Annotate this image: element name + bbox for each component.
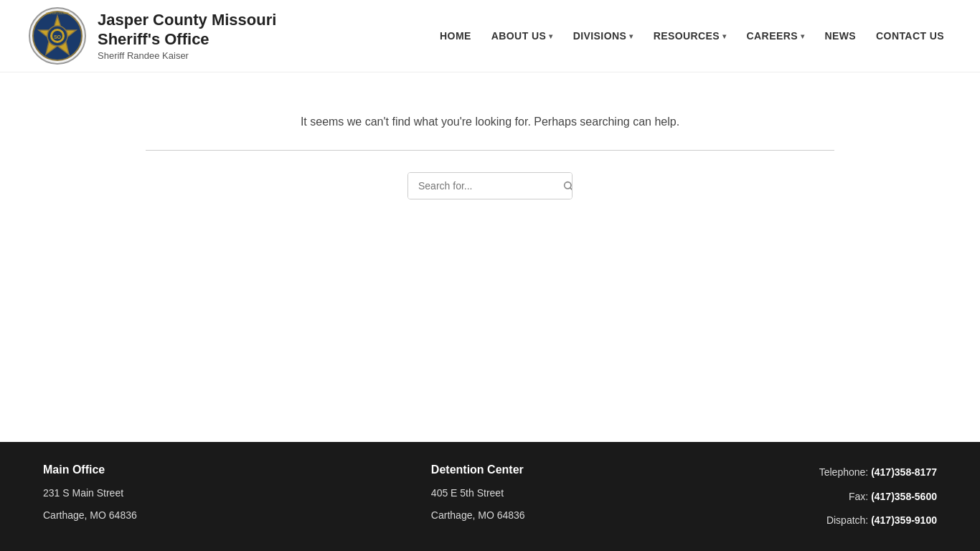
dispatch-number: (417)359-9100 xyxy=(871,514,937,526)
footer-main-office: Main Office 231 S Main Street Carthage, … xyxy=(43,463,137,523)
main-office-address1: 231 S Main Street xyxy=(43,485,137,501)
sheriff-name: Sheriff Randee Kaiser xyxy=(98,50,276,61)
nav-news[interactable]: NEWS xyxy=(817,24,863,47)
search-icon xyxy=(562,180,573,192)
nav-resources[interactable]: RESOURCES ▾ xyxy=(646,24,734,47)
site-header: SO JASPER COUNTY Jasper County Missouri … xyxy=(0,0,980,72)
nav-about-us[interactable]: ABOUT US ▾ xyxy=(484,24,560,47)
org-name-line2: Sheriff's Office xyxy=(98,30,276,49)
dispatch-line: Dispatch: (417)359-9100 xyxy=(819,512,937,529)
chevron-down-icon: ▾ xyxy=(722,32,726,40)
telephone-label: Telephone: xyxy=(819,466,869,478)
main-nav: HOME ABOUT US ▾ DIVISIONS ▾ RESOURCES ▾ … xyxy=(433,24,951,47)
fax-number: (417)358-5600 xyxy=(871,491,937,502)
footer-detention-center: Detention Center 405 E 5th Street Cartha… xyxy=(431,463,525,523)
logo-text: Jasper County Missouri Sheriff's Office … xyxy=(98,11,276,61)
nav-home[interactable]: HOME xyxy=(433,24,479,47)
main-content: It seems we can't find what you're looki… xyxy=(0,72,980,257)
nav-contact-us[interactable]: CONTACT US xyxy=(869,24,951,47)
search-container xyxy=(407,172,573,199)
site-footer: Main Office 231 S Main Street Carthage, … xyxy=(0,442,980,551)
footer-contact: Telephone: (417)358-8177 Fax: (417)358-5… xyxy=(819,463,937,529)
logo-area: SO JASPER COUNTY Jasper County Missouri … xyxy=(29,7,276,65)
fax-line: Fax: (417)358-5600 xyxy=(819,488,937,506)
fax-label: Fax: xyxy=(849,491,868,502)
dispatch-label: Dispatch: xyxy=(826,514,868,526)
chevron-down-icon: ▾ xyxy=(801,32,804,40)
detention-center-heading: Detention Center xyxy=(431,463,525,476)
nav-careers[interactable]: CAREERS ▾ xyxy=(740,24,812,47)
main-office-heading: Main Office xyxy=(43,463,137,476)
search-button[interactable] xyxy=(554,173,573,199)
divider xyxy=(146,150,834,151)
svg-text:JASPER COUNTY: JASPER COUNTY xyxy=(45,11,70,15)
telephone-number: (417)358-8177 xyxy=(871,466,937,478)
logo-badge: SO JASPER COUNTY xyxy=(29,7,86,65)
detention-center-address2: Carthage, MO 64836 xyxy=(431,507,525,523)
telephone-line: Telephone: (417)358-8177 xyxy=(819,463,937,481)
search-input[interactable] xyxy=(408,173,554,199)
not-found-message: It seems we can't find what you're looki… xyxy=(301,116,679,128)
chevron-down-icon: ▾ xyxy=(549,32,552,40)
main-office-address2: Carthage, MO 64836 xyxy=(43,507,137,523)
svg-line-8 xyxy=(570,188,573,190)
chevron-down-icon: ▾ xyxy=(629,32,633,40)
org-name-line1: Jasper County Missouri xyxy=(98,11,276,29)
svg-text:SO: SO xyxy=(54,34,62,39)
nav-divisions[interactable]: DIVISIONS ▾ xyxy=(566,24,641,47)
detention-center-address1: 405 E 5th Street xyxy=(431,485,525,501)
